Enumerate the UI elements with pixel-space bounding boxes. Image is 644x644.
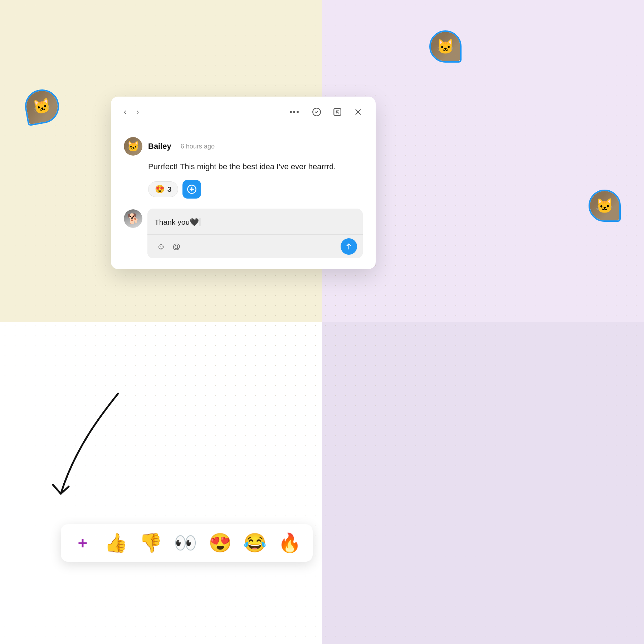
add-reaction-icon [187, 184, 197, 194]
back-button[interactable]: ‹ [121, 106, 129, 118]
bg-bottom-right [322, 322, 644, 644]
emoji-thumbs-up[interactable]: 👍 [104, 532, 128, 554]
emoji-heart-eyes[interactable]: 😍 [209, 532, 232, 554]
reply-heart: 🖤 [190, 218, 199, 226]
message-avatar: 🐱 [124, 137, 142, 156]
husky-avatar: 🐕 [124, 209, 142, 228]
emoji-laughing[interactable]: 😂 [243, 532, 267, 554]
emoji-picker-panel: + 👍 👎 👀 😍 😂 🔥 [61, 524, 313, 562]
send-button[interactable] [341, 238, 357, 255]
emoji-plus-button[interactable]: + [72, 533, 93, 553]
cat-avatar-left: 🐱 [24, 88, 60, 125]
check-icon [312, 107, 321, 117]
more-button[interactable]: ••• [286, 106, 303, 118]
avatar-bubble-cat-left: 🐱 [22, 87, 62, 126]
message-body: Purrfect! This might be the best idea I'… [148, 161, 363, 173]
avatar-pin-right: 🐱 [589, 190, 621, 222]
avatar-bubble-cat-top: 🐱 [429, 30, 462, 63]
emoji-thumbs-down[interactable]: 👎 [139, 532, 162, 554]
forward-button[interactable]: › [133, 106, 142, 118]
add-reaction-button[interactable] [182, 180, 201, 199]
bg-bottom-left [0, 322, 322, 644]
reply-section: 🐕 Thank you 🖤 ☺ @ [124, 209, 363, 258]
cat-avatar-right: 🐱 [590, 191, 619, 220]
share-button[interactable] [330, 104, 345, 119]
message-time: 6 hours ago [181, 143, 215, 150]
reaction-count: 3 [167, 185, 171, 194]
chat-content: 🐱 Bailey 6 hours ago Purrfect! This migh… [111, 126, 376, 269]
toolbar-nav: ‹ › [121, 106, 142, 118]
close-icon [353, 107, 363, 117]
reply-box: Thank you 🖤 ☺ @ [147, 209, 363, 258]
cat-avatar-top: 🐱 [431, 32, 460, 61]
chat-window: ‹ › ••• [111, 97, 376, 269]
mention-button[interactable]: @ [169, 240, 184, 253]
reaction-pill[interactable]: 😍 3 [148, 181, 178, 197]
close-button[interactable] [351, 104, 366, 119]
share-icon [333, 107, 342, 117]
emoji-eyes[interactable]: 👀 [174, 532, 197, 554]
avatar-pin-left: 🐱 [25, 89, 59, 123]
avatar-pin-top-right: 🐱 [429, 30, 462, 63]
reply-cursor [200, 218, 200, 226]
avatar-bubble-cat-right: 🐱 [589, 190, 621, 222]
reaction-emoji: 😍 [155, 185, 165, 194]
reaction-bar: 😍 3 [148, 180, 363, 199]
check-button[interactable] [309, 104, 324, 119]
chat-toolbar: ‹ › ••• [111, 97, 376, 126]
reply-text-area[interactable]: Thank you 🖤 [147, 209, 363, 234]
send-icon [345, 243, 353, 250]
bailey-avatar: 🐱 [124, 137, 142, 156]
reply-text: Thank you [155, 218, 190, 226]
reply-toolbar: ☺ @ [147, 234, 363, 258]
reply-avatar: 🐕 [124, 209, 142, 228]
emoji-button[interactable]: ☺ [153, 239, 169, 254]
message-header: 🐱 Bailey 6 hours ago [124, 137, 363, 156]
message-sender: Bailey [148, 142, 171, 151]
emoji-fire[interactable]: 🔥 [278, 532, 301, 554]
